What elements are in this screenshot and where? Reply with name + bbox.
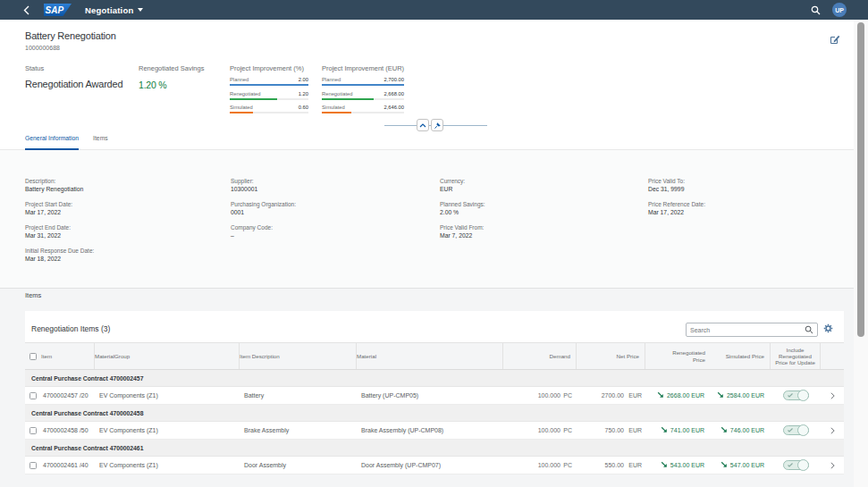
chart-bar <box>322 84 404 86</box>
shell-bar: SAP Negotiation UP <box>0 0 868 20</box>
sap-logo[interactable]: SAP <box>44 4 72 16</box>
object-id: 1000000688 <box>25 45 60 51</box>
column-header-include-renegotiated[interactable]: Include Renegotiated Price for Update <box>771 343 821 369</box>
group-header-row: Central Purchase Contract 4700002461 <box>25 440 844 457</box>
chart-bar <box>230 98 308 100</box>
back-button[interactable] <box>23 5 29 15</box>
select-all-checkbox[interactable] <box>29 353 37 360</box>
page-content: Description:Battery RenegotiationProject… <box>0 150 854 487</box>
table-search-field[interactable] <box>686 323 818 337</box>
cell-demand: 100.000PC <box>503 392 577 399</box>
cell-net-price: 2700.00EUR <box>577 392 645 399</box>
tab-items[interactable]: Items <box>93 128 108 150</box>
row-navigation-chevron[interactable] <box>821 462 844 469</box>
table-settings-gear-icon[interactable] <box>823 323 833 333</box>
form-field-label: Project End Date: <box>25 224 94 231</box>
avatar[interactable]: UP <box>832 3 847 17</box>
project-improvement-eur-chart: Project Improvement (EUR)Planned2,700.00… <box>322 64 404 119</box>
cell-material: Brake Assembly (UP-CMP08) <box>357 427 503 433</box>
check-icon <box>788 393 793 398</box>
savings-label: Renegotiated Savings <box>139 64 204 72</box>
form-field-label: Supplier: <box>231 178 296 184</box>
edit-icon[interactable] <box>830 32 840 48</box>
form-field-value: Mar 7, 2022 <box>440 232 485 239</box>
include-renegotiated-price-toggle[interactable] <box>783 425 809 435</box>
chart-row-label-line: Planned2,700.00 <box>322 77 404 83</box>
group-header-row: Central Purchase Contract 4700002458 <box>25 405 844 422</box>
form-field-value: Dec 31, 9999 <box>648 186 705 193</box>
table-row[interactable]: 4700002458 /50EV Components (Z1)Brake As… <box>25 422 844 440</box>
form-field-label: Company Code: <box>231 224 296 231</box>
column-header-item-description[interactable]: Item Description <box>240 343 357 369</box>
trend-down-icon <box>657 391 664 399</box>
scrollbar-thumb[interactable] <box>857 22 864 337</box>
column-header-material[interactable]: Material <box>357 343 503 369</box>
row-navigation-chevron[interactable] <box>821 427 844 434</box>
row-checkbox[interactable] <box>29 462 37 469</box>
form-field: Planned Savings:2.00 % <box>440 201 485 216</box>
column-header-net-price[interactable]: Net Price <box>577 343 645 369</box>
form-field: Initial Response Due Date:Mar 18, 2022 <box>25 248 94 263</box>
toggle-knob <box>797 390 809 401</box>
search-icon[interactable] <box>805 325 813 334</box>
trend-down-icon <box>661 461 668 469</box>
column-header-item[interactable]: Item <box>41 343 95 369</box>
form-field-value: Battery Renegotiation <box>25 186 94 193</box>
items-table-panel: Renegotiation Items (3) Item MaterialGro… <box>25 311 844 474</box>
column-header-renegotiated-price[interactable]: Renegotiated Price <box>645 343 711 369</box>
toggle-knob <box>797 459 809 471</box>
form-field-label: Price Reference Date: <box>648 201 705 207</box>
form-column-3: Currency:EURPlanned Savings:2.00 %Price … <box>440 178 485 248</box>
row-navigation-chevron[interactable] <box>821 392 844 399</box>
cell-item-description: Brake Assembly <box>240 427 357 433</box>
search-input[interactable] <box>690 327 805 333</box>
column-header-simulated-price[interactable]: Simulated Price <box>711 343 771 369</box>
column-header-demand[interactable]: Demand <box>503 343 577 369</box>
negotiation-page: SAP Negotiation UP Battery Renegotiation… <box>0 0 868 487</box>
cell-demand: 100.000PC <box>503 427 577 433</box>
table-body: Central Purchase Contract 47000024574700… <box>25 370 844 474</box>
form-column-1: Description:Battery RenegotiationProject… <box>25 178 94 271</box>
check-icon <box>788 428 793 432</box>
cell-item: 4700002458 /50 <box>41 427 95 433</box>
form-field-value: 0001 <box>231 209 296 216</box>
form-column-2: Supplier:10300001Purchasing Organization… <box>231 178 296 248</box>
table-title: Renegotiation Items (3) <box>31 324 110 333</box>
vertical-scrollbar[interactable] <box>854 20 868 487</box>
form-field-value: Mar 17, 2022 <box>648 209 705 216</box>
chart-bar <box>322 98 404 100</box>
page-title: Battery Renegotiation <box>25 30 116 41</box>
cell-material: Battery (UP-CMP05) <box>357 392 503 399</box>
include-renegotiated-price-toggle[interactable] <box>783 460 809 470</box>
form-field: Project Start Date:Mar 17, 2022 <box>25 201 94 216</box>
search-icon[interactable] <box>811 5 821 15</box>
trend-down-icon <box>717 391 724 399</box>
column-header-materialgroup[interactable]: MaterialGroup <box>95 343 240 369</box>
form-field: Project End Date:Mar 31, 2022 <box>25 224 94 239</box>
chart-row-label-line: Simulated0.60 <box>230 105 308 111</box>
cell-material: Door Assembly (UP-CMP07) <box>357 462 503 468</box>
items-section-title: Items <box>25 291 41 299</box>
chart-bar <box>230 84 308 86</box>
table-row[interactable]: 4700002461 /40EV Components (Z1)Door Ass… <box>25 457 844 474</box>
form-field-value: Mar 31, 2022 <box>25 232 94 239</box>
form-field-label: Initial Response Due Date: <box>25 248 94 254</box>
include-renegotiated-price-toggle[interactable] <box>783 390 809 400</box>
cell-renegotiated-price: 2668.00 EUR <box>645 391 711 399</box>
chart-bar <box>230 112 308 113</box>
trend-down-icon <box>721 426 728 434</box>
cell-materialgroup: EV Components (Z1) <box>95 392 240 399</box>
tab-general-information[interactable]: General Information <box>25 128 79 150</box>
row-checkbox[interactable] <box>29 427 37 434</box>
form-field: Currency:EUR <box>440 178 485 193</box>
form-field-value: Mar 18, 2022 <box>25 256 94 263</box>
status-label: Status <box>25 64 122 72</box>
cell-item: 4700002461 /40 <box>41 462 95 468</box>
trend-down-icon <box>721 461 728 469</box>
form-field-value: 10300001 <box>231 186 296 193</box>
app-title-menu[interactable]: Negotiation <box>85 5 133 15</box>
row-checkbox[interactable] <box>29 392 37 399</box>
table-row[interactable]: 4700002457 /20EV Components (Z1)BatteryB… <box>25 387 844 405</box>
form-field: Price Valid From:Mar 7, 2022 <box>440 224 485 239</box>
savings-block: Renegotiated Savings 1.20 % <box>139 64 204 90</box>
